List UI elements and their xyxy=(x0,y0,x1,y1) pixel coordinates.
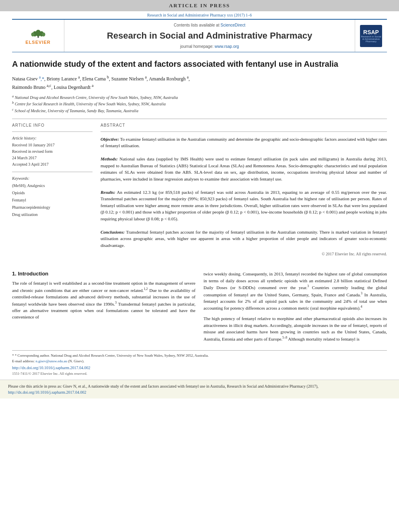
issn-text: 1551-7411/© 2017 Elsevier Inc. All right… xyxy=(12,372,387,376)
contents-line: Contents lists available at ScienceDirec… xyxy=(174,23,245,27)
homepage-link[interactable]: www.rsap.org xyxy=(215,44,239,49)
corresponding-author-note: * * Corresponding author. National Drug … xyxy=(12,353,387,364)
divider xyxy=(12,119,387,119)
body-content: 1. Introduction The role of fentanyl is … xyxy=(0,271,399,346)
aip-banner: ARTICLE IN PRESS xyxy=(0,0,399,11)
history-content: Received 10 January 2017 Received in rev… xyxy=(12,142,93,168)
banner-text: ARTICLE IN PRESS xyxy=(169,2,230,8)
rsap-logo-section: RSAP Research in Social & Administrative… xyxy=(355,20,387,52)
elsevier-logo: ELSEVIER xyxy=(22,26,54,46)
article-info-abstract: ARTICLE INFO Article history: Received 1… xyxy=(12,123,387,257)
email-link[interactable]: n.gisev@unsw.edu.au xyxy=(35,359,67,363)
footnotes: * * Corresponding author. National Drug … xyxy=(12,350,387,364)
article-title: A nationwide study of the extent and fac… xyxy=(12,59,387,69)
doi-link[interactable]: http://dx.doi.org/10.1016/j.sapharm.2017… xyxy=(12,366,387,370)
svg-point-5 xyxy=(42,33,45,37)
homepage-line: journal homepage: www.rsap.org xyxy=(180,44,239,49)
elsevier-label: ELSEVIER xyxy=(25,40,50,45)
history-label: Article history: xyxy=(12,136,93,140)
article-info-col: ARTICLE INFO Article history: Received 1… xyxy=(12,123,93,257)
page: ARTICLE IN PRESS Research in Social and … xyxy=(0,0,399,532)
journal-ref: Research in Social and Administrative Ph… xyxy=(0,11,399,19)
right-para1: twice weekly dosing. Consequently, in 20… xyxy=(204,271,387,311)
abstract-divider xyxy=(101,131,387,132)
keywords-label: Keywords: xyxy=(12,176,93,181)
abstract-text: Objective: To examine fentanyl utilisati… xyxy=(101,136,387,249)
intro-col: 1. Introduction The role of fentanyl is … xyxy=(12,271,195,346)
citation-footer: Please cite this article in press as: Gi… xyxy=(0,380,399,398)
journal-header: ELSEVIER Contents lists available at Sci… xyxy=(12,19,387,52)
citation-doi[interactable]: http://dx.doi.org/10.1016/j.sapharm.2017… xyxy=(8,390,86,394)
journal-title-section: Contents lists available at ScienceDirec… xyxy=(64,20,355,52)
main-content: A nationwide study of the extent and fac… xyxy=(0,52,399,263)
copyright-notice: © 2017 Elsevier Inc. All rights reserved… xyxy=(101,252,387,256)
keywords-section: Keywords: (MeSH); Analgesics Opioids Fen… xyxy=(12,176,93,218)
affiliations: a National Drug and Alcohol Research Cen… xyxy=(12,94,387,114)
article-history: Article history: Received 10 January 201… xyxy=(12,136,93,168)
keywords-list: (MeSH); Analgesics Opioids Fentanyl Phar… xyxy=(12,182,93,218)
rsap-label: RSAP xyxy=(363,29,379,35)
main-journal-title: Research in Social and Administrative Ph… xyxy=(107,31,312,41)
right-body-col: twice weekly dosing. Consequently, in 20… xyxy=(204,271,387,346)
right-para2: The high potency of fentanyl relative to… xyxy=(204,315,387,342)
elsevier-tree-icon xyxy=(28,27,48,39)
elsevier-section: ELSEVIER xyxy=(12,20,64,52)
keywords-divider xyxy=(12,172,93,172)
authors: Natasa Gisev a,*, Briony Larance a, Elen… xyxy=(12,74,387,91)
svg-point-4 xyxy=(31,33,34,37)
abstract-heading: ABSTRACT xyxy=(101,123,387,127)
intro-text: The role of fentanyl is well established… xyxy=(12,280,195,320)
info-divider xyxy=(12,131,93,132)
sciencedirect-link[interactable]: ScienceDirect xyxy=(220,23,245,27)
intro-title: 1. Introduction xyxy=(12,271,195,277)
abstract-col: ABSTRACT Objective: To examine fentanyl … xyxy=(101,123,387,257)
article-info-heading: ARTICLE INFO xyxy=(12,123,93,127)
rsap-logo: RSAP Research in Social & Administrative… xyxy=(360,25,382,47)
